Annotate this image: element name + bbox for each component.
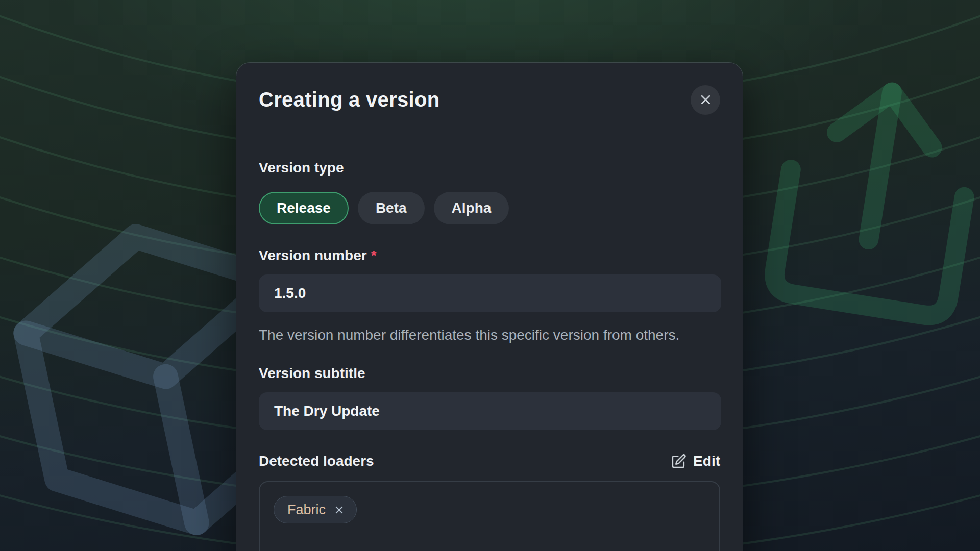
version-number-input[interactable] [259, 274, 721, 312]
pill-label: Alpha [452, 200, 492, 216]
detected-loaders-row: Detected loaders Edit [259, 453, 720, 470]
version-number-help: The version number differentiates this s… [259, 323, 694, 346]
version-number-label: Version number* [259, 247, 720, 264]
edit-loaders-button[interactable]: Edit [671, 453, 720, 469]
version-type-label: Version type [259, 159, 720, 177]
loader-chip-label: Fabric [287, 502, 326, 518]
version-type-beta-button[interactable]: Beta [358, 192, 425, 224]
close-button[interactable] [691, 85, 720, 115]
required-asterisk: * [371, 247, 377, 263]
create-version-modal: Creating a version Version type Release … [236, 62, 743, 551]
modal-header: Creating a version [236, 63, 743, 137]
version-subtitle-label: Version subtitle [259, 365, 720, 382]
x-icon [333, 504, 345, 516]
version-subtitle-input[interactable] [259, 392, 721, 430]
modal-body: Version type Release Beta Alpha Version … [236, 137, 743, 551]
edit-label: Edit [693, 453, 720, 469]
version-number-label-text: Version number [259, 247, 367, 263]
detected-loaders-box: Fabric [259, 481, 720, 551]
pill-label: Release [277, 200, 331, 216]
detected-loaders-label: Detected loaders [259, 453, 374, 470]
version-type-pills: Release Beta Alpha [259, 192, 720, 224]
pill-label: Beta [376, 200, 407, 216]
remove-loader-button[interactable] [333, 504, 345, 516]
modal-title: Creating a version [259, 88, 439, 111]
loader-chip-fabric: Fabric [274, 496, 357, 523]
version-type-release-button[interactable]: Release [259, 192, 349, 224]
edit-pencil-icon [671, 454, 687, 469]
close-icon [699, 93, 713, 107]
version-type-alpha-button[interactable]: Alpha [434, 192, 509, 224]
